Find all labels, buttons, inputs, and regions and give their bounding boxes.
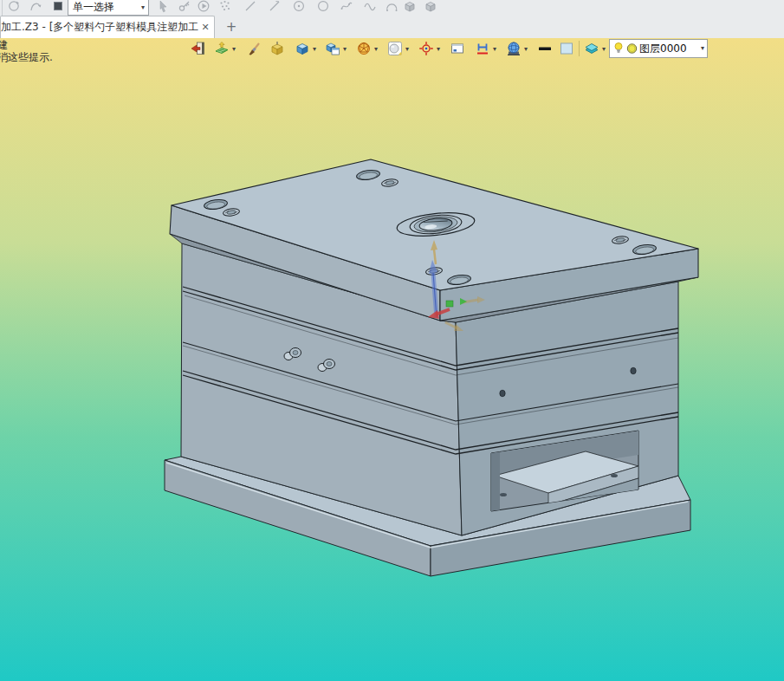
y-axis-origin (446, 301, 453, 307)
new-tab-button[interactable]: + (222, 18, 241, 36)
cad-application-window: 单一选择 ▾ (0, 0, 784, 681)
side-screw-hole (631, 367, 636, 374)
chevron-down-icon: ▾ (139, 4, 148, 11)
arc-icon[interactable] (385, 0, 398, 13)
curve-hook-icon[interactable] (29, 0, 42, 13)
tab-close-icon[interactable]: ✕ (198, 22, 214, 33)
viewport-3d[interactable]: 建 消这些提示. ▾ ▾ ▾ (0, 38, 784, 681)
document-tab-title: 加工.Z3 - [多个塑料勺子塑料模具注塑加工] (0, 20, 198, 35)
wave-curve-icon[interactable] (363, 0, 377, 13)
toolbar-separator (2, 0, 3, 16)
spline-icon[interactable] (340, 0, 353, 13)
line-icon[interactable] (243, 0, 257, 13)
play-circle-icon[interactable] (197, 0, 211, 13)
mold-3d-model[interactable] (0, 38, 784, 681)
cube-1-icon[interactable] (403, 0, 417, 13)
selection-filter-value: 单一选择 (68, 0, 139, 15)
line-angle-icon[interactable] (268, 0, 282, 13)
pick-cursor-icon[interactable] (156, 0, 170, 13)
side-screw-hole (500, 390, 505, 397)
point-cloud-icon[interactable] (218, 0, 232, 13)
stop-square-icon[interactable] (51, 0, 65, 13)
document-tabbar: 加工.Z3 - [多个塑料勺子塑料模具注塑加工] ✕ + (0, 16, 784, 39)
rotate-view-icon[interactable] (7, 0, 21, 13)
circle-center-icon[interactable] (292, 0, 306, 13)
document-tab-active[interactable]: 加工.Z3 - [多个塑料勺子塑料模具注塑加工] ✕ (0, 16, 215, 38)
circle-icon[interactable] (316, 0, 330, 13)
selection-filter-combobox[interactable]: 单一选择 ▾ (68, 0, 149, 16)
key-icon[interactable] (178, 0, 191, 13)
cube-2-icon[interactable] (424, 0, 437, 13)
quick-access-toolbar: 单一选择 ▾ (0, 0, 784, 16)
